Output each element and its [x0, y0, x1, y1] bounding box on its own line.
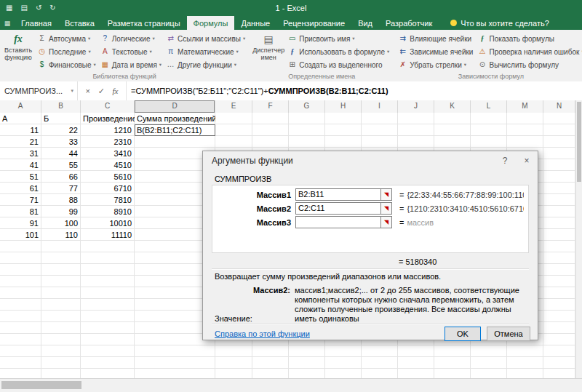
- financial-button[interactable]: $ Финансовые ▾: [35, 58, 98, 71]
- cell-a7[interactable]: 61: [0, 183, 41, 194]
- excel-logo-icon[interactable]: ▦: [6, 4, 12, 12]
- collapse-dialog-icon[interactable]: ◥: [381, 216, 392, 228]
- collapse-dialog-icon[interactable]: ◥: [381, 188, 392, 201]
- vertical-scrollbar-thumb[interactable]: [577, 102, 581, 182]
- trace-dependents-button[interactable]: ⇇ Зависимые ячейки: [396, 45, 475, 58]
- column-header-d[interactable]: D: [135, 100, 215, 113]
- cell-a5[interactable]: 41: [0, 159, 41, 171]
- cell-a8[interactable]: 71: [0, 194, 41, 206]
- show-formulas-button[interactable]: ƒ Показать формулы: [475, 32, 582, 45]
- ok-button[interactable]: OK: [445, 327, 481, 341]
- cell-d2-editing[interactable]: B(B2:B11;C2:C11): [135, 124, 215, 136]
- enter-entry-icon[interactable]: ✓: [98, 87, 105, 96]
- cell-a6[interactable]: 51: [0, 171, 41, 183]
- column-header-b[interactable]: B: [41, 100, 81, 113]
- cell-b4[interactable]: 44: [41, 148, 81, 159]
- datetime-button[interactable]: ▦ Дата и время ▾: [98, 58, 164, 71]
- lookup-reference-button[interactable]: ⇄ Ссылки и массивы ▾: [164, 32, 247, 45]
- column-header-m[interactable]: M: [507, 100, 543, 113]
- cell-a10[interactable]: 91: [0, 217, 41, 229]
- file-menu-icon[interactable]: ▦: [0, 16, 15, 30]
- cell-b6[interactable]: 66: [41, 171, 81, 183]
- horizontal-scrollbar-thumb[interactable]: [1, 381, 81, 389]
- name-manager-button[interactable]: ▤ Диспетчер имен: [252, 31, 285, 61]
- cell-c6[interactable]: 5610: [81, 171, 135, 183]
- cell-a1[interactable]: А: [0, 113, 41, 124]
- more-functions-button[interactable]: … Другие функции ▾: [164, 58, 247, 71]
- name-box[interactable]: СУММПРОИЗ... ▾: [0, 81, 78, 100]
- insert-function-button[interactable]: fx Вставить функцию: [1, 31, 35, 61]
- column-header-g[interactable]: G: [289, 100, 325, 113]
- insert-function-icon[interactable]: fx: [112, 87, 118, 95]
- cell-b5[interactable]: 55: [41, 159, 81, 171]
- column-header-e[interactable]: E: [215, 100, 252, 113]
- trace-precedents-button[interactable]: ⇉ Влияющие ячейки: [396, 32, 475, 45]
- arg1-input[interactable]: B2:B11: [295, 188, 381, 201]
- collapse-dialog-icon[interactable]: ◥: [381, 202, 392, 215]
- arg3-input[interactable]: [295, 216, 381, 228]
- cancel-entry-icon[interactable]: ×: [86, 87, 90, 95]
- arg2-input[interactable]: C2:C11: [295, 202, 381, 215]
- tab-home[interactable]: Главная: [15, 16, 58, 30]
- help-icon[interactable]: ?: [494, 156, 516, 166]
- cell-c11[interactable]: 11110: [81, 229, 135, 241]
- cell-a9[interactable]: 81: [0, 206, 41, 217]
- remove-arrows-button[interactable]: ✗ Убрать стрелки ▾: [396, 58, 475, 71]
- text-functions-button[interactable]: А Текстовые ▾: [98, 45, 164, 58]
- formula-input[interactable]: =СУММПРОИЗВ("Б2:Б11";"C2:C11")+СУММПРОИЗ…: [127, 81, 582, 100]
- redo-icon[interactable]: ↻: [49, 4, 55, 12]
- use-in-formula-button[interactable]: ƒ Использовать в формуле ▾: [285, 45, 391, 58]
- cell-b9[interactable]: 99: [41, 206, 81, 217]
- cell-b10[interactable]: 100: [41, 217, 81, 229]
- column-header-h[interactable]: H: [325, 100, 362, 113]
- tab-review[interactable]: Рецензирование: [276, 16, 351, 30]
- cell-a4[interactable]: 31: [0, 148, 41, 159]
- cell-c5[interactable]: 4510: [81, 159, 135, 171]
- column-header-l[interactable]: L: [471, 100, 507, 113]
- cell-c1[interactable]: Произведение: [81, 113, 135, 124]
- autosum-button[interactable]: Σ Автосумма ▾: [35, 32, 98, 45]
- cell-b3[interactable]: 33: [41, 136, 81, 148]
- math-trig-button[interactable]: π Математические ▾: [164, 45, 247, 58]
- recent-functions-button[interactable]: ◷ Последние ▾: [35, 45, 98, 58]
- tell-me-box[interactable]: Что вы хотите сделать?: [450, 16, 549, 30]
- cancel-button[interactable]: Отмена: [487, 327, 530, 341]
- define-name-button[interactable]: ▭ Присвоить имя ▾: [285, 32, 391, 45]
- evaluate-formula-button[interactable]: ⊙ Вычислить формулу: [475, 58, 582, 71]
- tab-formulas[interactable]: Формулы: [187, 16, 235, 30]
- cell-a11[interactable]: 101: [0, 229, 41, 241]
- tab-developer[interactable]: Разработчик: [379, 16, 439, 30]
- cell-c3[interactable]: 2310: [81, 136, 135, 148]
- column-header-c[interactable]: C: [81, 100, 135, 113]
- cell-a3[interactable]: 21: [0, 136, 41, 148]
- help-link[interactable]: Справка по этой функции: [215, 329, 310, 338]
- tab-insert[interactable]: Вставка: [58, 16, 101, 30]
- cell-b7[interactable]: 77: [41, 183, 81, 194]
- error-checking-button[interactable]: ⚠ Проверка наличия ошибок ▾: [475, 45, 582, 58]
- cell-c2[interactable]: 1210: [81, 124, 135, 136]
- cell-c7[interactable]: 6710: [81, 183, 135, 194]
- column-header-k[interactable]: K: [434, 100, 471, 113]
- cell-c10[interactable]: 10010: [81, 217, 135, 229]
- cell-c8[interactable]: 7810: [81, 194, 135, 206]
- save-icon[interactable]: ▤: [20, 4, 27, 12]
- create-from-selection-button[interactable]: ⊞ Создать из выделенного: [285, 58, 391, 71]
- cell-b8[interactable]: 88: [41, 194, 81, 206]
- cell-a2[interactable]: 11: [0, 124, 41, 136]
- logical-button[interactable]: ? Логические ▾: [98, 32, 164, 45]
- cell-c4[interactable]: 3410: [81, 148, 135, 159]
- tab-data[interactable]: Данные: [234, 16, 276, 30]
- cell-b1[interactable]: Б: [41, 113, 81, 124]
- vertical-scrollbar[interactable]: [575, 100, 582, 379]
- column-header-f[interactable]: F: [252, 100, 289, 113]
- cell-b11[interactable]: 110: [41, 229, 81, 241]
- close-icon[interactable]: ×: [516, 156, 538, 166]
- undo-icon[interactable]: ↺: [36, 4, 41, 12]
- horizontal-scrollbar[interactable]: [0, 378, 582, 392]
- column-header-a[interactable]: A: [0, 100, 41, 113]
- column-header-j[interactable]: J: [398, 100, 434, 113]
- dialog-titlebar[interactable]: Аргументы функции ? ×: [203, 151, 538, 170]
- cell-c9[interactable]: 8910: [81, 206, 135, 217]
- tab-page-layout[interactable]: Разметка страницы: [101, 16, 187, 30]
- cell-d1[interactable]: Сумма произведений: [135, 113, 215, 124]
